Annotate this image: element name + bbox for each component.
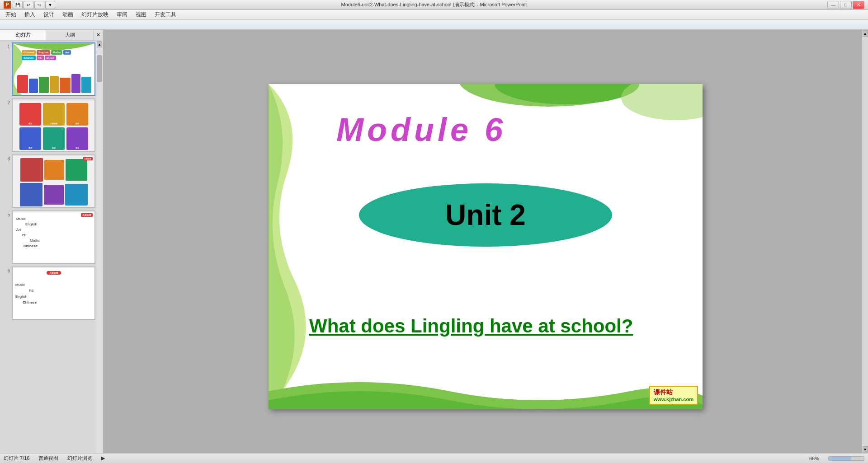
maximize-button[interactable]: □ bbox=[840, 1, 852, 9]
word-english: English bbox=[25, 222, 91, 226]
card-science: Science bbox=[22, 56, 36, 60]
unit-oval: Unit 2 bbox=[359, 183, 612, 247]
book-fig-6: 音乐 bbox=[66, 127, 88, 150]
save-button[interactable]: 💾 bbox=[13, 1, 23, 9]
window-controls: — □ ✕ bbox=[827, 1, 864, 9]
slide-number-3: 3 bbox=[2, 154, 10, 161]
undo-button[interactable]: ↩ bbox=[24, 1, 33, 9]
view-slidesorter[interactable]: 幻灯片浏览 bbox=[67, 455, 92, 462]
card-chinese: Chinese bbox=[22, 50, 36, 55]
question-text: What does Lingling have at school? bbox=[309, 315, 684, 337]
unit-text: Unit 2 bbox=[445, 198, 526, 232]
slide-number-2: 2 bbox=[2, 98, 10, 105]
book-fig-5: 英语 bbox=[43, 127, 65, 150]
title-bar-left: P 💾 ↩ ↪ ▼ bbox=[4, 1, 55, 9]
t6-chinese: Chinese bbox=[23, 300, 92, 304]
panel-tabs: 幻灯片 大纲 ✕ bbox=[0, 30, 103, 41]
zoom-level: 66% bbox=[809, 456, 819, 461]
panel-scrollbar[interactable]: ▲ ▼ bbox=[96, 41, 103, 463]
slide-item-6[interactable]: 6 火眼金睛 Music PE English Chinese bbox=[2, 267, 94, 320]
view-normal[interactable]: 普通视图 bbox=[38, 455, 58, 462]
svg-point-0 bbox=[458, 84, 639, 107]
thumb2-books: 语文 火眼金睛 数学 美术 英语 bbox=[13, 99, 94, 151]
watermark: 课件站 www.kjzhan.com bbox=[649, 386, 698, 405]
t6-pe: PE bbox=[29, 289, 92, 293]
word-chinese: Chinese bbox=[24, 244, 91, 248]
slide-thumb-1[interactable]: Chinese English Maths Art Science PE Mus… bbox=[12, 42, 95, 96]
words-list-6: Music PE English Chinese bbox=[15, 283, 92, 304]
book-fig-3: 数学 bbox=[66, 103, 88, 126]
menu-bar: 开始 插入 设计 动画 幻灯片放映 审阅 视图 开发工具 bbox=[0, 10, 868, 20]
customize-button[interactable]: ▼ bbox=[45, 1, 55, 9]
tab-outline[interactable]: 大纲 bbox=[47, 30, 94, 40]
slide-canvas: Module 6 Unit 2 What does Lingling have … bbox=[269, 84, 703, 409]
close-button[interactable]: ✕ bbox=[853, 1, 864, 9]
minimize-button[interactable]: — bbox=[827, 1, 839, 9]
card-pe: PE bbox=[37, 56, 44, 60]
badge-6: 火眼金睛 bbox=[47, 271, 61, 275]
slide-count: 幻灯片 7/16 bbox=[4, 455, 29, 462]
quick-access: 💾 ↩ ↪ ▼ bbox=[13, 1, 55, 9]
card-music: Music bbox=[45, 56, 56, 60]
word-pe: PE bbox=[22, 233, 91, 237]
editing-area: ▲ ▼ Module 6 bbox=[103, 30, 868, 463]
slide-thumb-5[interactable]: 火眼金睛 Music English Art PE Maths Chinese bbox=[12, 210, 95, 264]
watermark-site: 课件站 bbox=[654, 388, 693, 397]
card-maths: Maths bbox=[51, 50, 62, 55]
t6-music: Music bbox=[15, 283, 92, 287]
svg-point-1 bbox=[495, 84, 639, 104]
slide-item-5[interactable]: 5 火眼金睛 Music English Art PE Maths Chines… bbox=[2, 210, 94, 264]
word-art: Art bbox=[16, 228, 91, 232]
thumb6-content: 火眼金睛 Music PE English Chinese bbox=[13, 267, 94, 319]
zoom-slider[interactable] bbox=[828, 456, 864, 461]
module-title: Module 6 bbox=[336, 111, 506, 148]
slide-number-5: 5 bbox=[2, 210, 10, 217]
slide-item-3[interactable]: 3 火眼金睛 bbox=[2, 154, 94, 208]
slide-thumb-2[interactable]: 语文 火眼金睛 数学 美术 英语 bbox=[12, 98, 95, 152]
redo-button[interactable]: ↪ bbox=[34, 1, 44, 9]
slide-number-6: 6 bbox=[2, 267, 10, 273]
scroll-thumb[interactable] bbox=[97, 55, 102, 82]
right-scrollbar[interactable]: ▲ ▼ bbox=[862, 30, 868, 453]
slide-item-2[interactable]: 2 语文 火眼金睛 数学 bbox=[2, 98, 94, 152]
view-slideshow[interactable]: ▶ bbox=[101, 455, 105, 461]
card-art: Art bbox=[63, 50, 71, 55]
slide-number-1: 1 bbox=[2, 42, 10, 49]
window-title: Module6-unit2-What-does-Lingling-have-at… bbox=[341, 1, 527, 8]
menu-developer[interactable]: 开发工具 bbox=[151, 10, 180, 19]
menu-slideshow[interactable]: 幻灯片放映 bbox=[78, 10, 112, 19]
menu-design[interactable]: 设计 bbox=[40, 10, 58, 19]
slide-thumb-3[interactable]: 火眼金睛 bbox=[12, 154, 95, 208]
title-bar: P 💾 ↩ ↪ ▼ Module6-unit2-What-does-Lingli… bbox=[0, 0, 868, 10]
svg-point-2 bbox=[621, 84, 703, 120]
menu-insert[interactable]: 插入 bbox=[21, 10, 39, 19]
slide-item-1[interactable]: 1 bbox=[2, 42, 94, 96]
badge-5: 火眼金睛 bbox=[81, 213, 93, 217]
card-english: English bbox=[37, 50, 50, 55]
slide-thumb-6[interactable]: 火眼金睛 Music PE English Chinese bbox=[12, 267, 95, 320]
menu-animation[interactable]: 动画 bbox=[59, 10, 77, 19]
close-panel-button[interactable]: ✕ bbox=[94, 30, 103, 40]
book-fig-4: 美术 bbox=[19, 127, 41, 150]
badge-3: 火眼金睛 bbox=[83, 157, 93, 160]
thumb5-content: 火眼金睛 Music English Art PE Maths Chinese bbox=[13, 211, 94, 263]
words-list-5: Music English Art PE Maths Chinese bbox=[16, 217, 91, 248]
menu-start[interactable]: 开始 bbox=[2, 10, 20, 19]
main-layout: 幻灯片 大纲 ✕ 1 bbox=[0, 30, 868, 463]
menu-review[interactable]: 审阅 bbox=[113, 10, 131, 19]
watermark-url: www.kjzhan.com bbox=[654, 397, 693, 402]
status-bar: 幻灯片 7/16 普通视图 幻灯片浏览 ▶ 66% bbox=[0, 453, 868, 463]
book-fig-1: 语文 bbox=[19, 103, 41, 126]
t6-english: English bbox=[15, 295, 92, 299]
slides-list: 1 bbox=[0, 41, 96, 463]
app-icon: P bbox=[4, 1, 11, 9]
word-music: Music bbox=[16, 217, 91, 221]
slide-panel: 幻灯片 大纲 ✕ 1 bbox=[0, 30, 103, 463]
ribbon bbox=[0, 20, 868, 30]
tab-slides[interactable]: 幻灯片 bbox=[0, 30, 47, 40]
book-fig-2: 火眼金睛 bbox=[43, 103, 65, 126]
menu-view[interactable]: 视图 bbox=[132, 10, 150, 19]
word-maths: Maths bbox=[30, 239, 91, 243]
